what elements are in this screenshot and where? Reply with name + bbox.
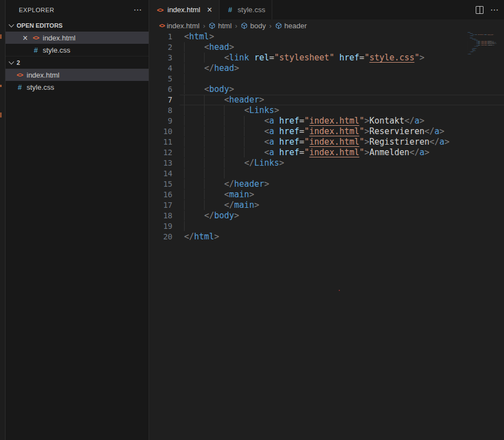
explorer-item-style.css[interactable]: #style.css xyxy=(6,44,149,56)
close-editor-icon[interactable]: × xyxy=(22,34,29,42)
code-line-content[interactable]: <a href="index.html">Registrieren</a> xyxy=(180,137,504,147)
code-line-content[interactable]: <a href="index.html">Reservieren</a> xyxy=(180,126,504,137)
split-editor-icon[interactable] xyxy=(476,6,483,14)
code-line-content[interactable]: <main> xyxy=(180,190,504,200)
line-number[interactable]: 10 xyxy=(149,126,172,137)
code-token: a xyxy=(435,126,440,136)
line-number[interactable]: 19 xyxy=(149,221,172,232)
code-line[interactable]: 12 <a href="index.html">Anmelden</a> xyxy=(149,147,504,158)
line-number[interactable]: 1 xyxy=(149,32,172,42)
code-line[interactable]: 9 <a href="index.html">Kontakt</a> xyxy=(149,116,504,126)
code-line-content[interactable] xyxy=(180,74,504,84)
code-token: </ xyxy=(409,147,419,157)
tab-index.html[interactable]: <>index.html× xyxy=(149,0,220,19)
code-line[interactable]: 4 </head> xyxy=(149,63,504,74)
code-line-content[interactable]: <html> xyxy=(180,32,504,42)
code-token: Registrieren xyxy=(369,137,429,147)
line-number[interactable]: 7 xyxy=(149,95,172,105)
code-line-content[interactable]: <a href="index.html">Kontakt</a> xyxy=(180,116,504,126)
code-line-content[interactable]: </main> xyxy=(180,200,504,211)
code-token: > xyxy=(234,211,239,221)
code-line-content[interactable]: <body> xyxy=(180,84,504,95)
minimap[interactable]: <html> <head> <link rel="stylesheet" hre… xyxy=(467,32,503,60)
line-number[interactable]: 20 xyxy=(149,232,172,242)
code-line-content[interactable]: <link rel="stylesheet" href="style.css"> xyxy=(180,53,504,63)
breadcrumb-item-header[interactable]: header xyxy=(275,22,307,30)
code-line[interactable]: 8 <Links> xyxy=(149,105,504,116)
line-number[interactable]: 8 xyxy=(149,105,172,116)
code-line[interactable]: 2 <head> xyxy=(149,42,504,53)
line-number[interactable]: 15 xyxy=(149,179,172,190)
code-line[interactable]: 10 <a href="index.html">Reservieren</a> xyxy=(149,126,504,137)
line-number[interactable]: 14 xyxy=(149,168,172,179)
code-line-content[interactable] xyxy=(180,168,504,179)
code-line[interactable]: 17 </main> xyxy=(149,200,504,211)
tab-close-icon[interactable]: × xyxy=(207,6,212,13)
code-line[interactable]: 20</html> xyxy=(149,232,504,242)
breadcrumb-item-index.html[interactable]: <>index.html xyxy=(159,22,200,30)
code-token: index.html xyxy=(309,126,359,136)
line-number[interactable]: 2 xyxy=(149,42,172,53)
line-number[interactable]: 3 xyxy=(149,53,172,63)
breadcrumb-item-body[interactable]: body xyxy=(241,22,266,30)
explorer-item-style.css[interactable]: #style.css xyxy=(6,81,149,93)
breadcrumb-item-html[interactable]: html xyxy=(208,22,232,30)
code-line[interactable]: 6 <body> xyxy=(149,84,504,95)
file-name: index.html xyxy=(27,71,59,79)
code-line-content[interactable]: </html> xyxy=(180,232,504,242)
code-line[interactable]: 11 <a href="index.html">Registrieren</a> xyxy=(149,137,504,147)
more-actions-icon[interactable]: ⋯ xyxy=(134,7,142,13)
code-line[interactable]: 14 xyxy=(149,168,504,179)
line-number[interactable]: 12 xyxy=(149,147,172,158)
line-number[interactable]: 17 xyxy=(149,200,172,211)
editor-more-actions-icon[interactable]: ⋯ xyxy=(490,8,498,12)
line-number[interactable]: 6 xyxy=(149,84,172,95)
code-line-content[interactable]: <header> xyxy=(180,95,504,105)
code-line-content[interactable]: </head> xyxy=(180,63,504,74)
line-number[interactable]: 18 xyxy=(149,211,172,221)
code-token: </ xyxy=(204,211,214,221)
line-number[interactable]: 4 xyxy=(149,63,172,74)
indent-guide xyxy=(184,95,204,105)
code-line[interactable]: 5 xyxy=(149,74,504,84)
code-editor[interactable]: 1<html>2 <head>3 <link rel="stylesheet" … xyxy=(149,32,504,440)
breadcrumb: <>index.html›html›body›header xyxy=(149,19,504,32)
code-token: body xyxy=(214,211,234,221)
code-line[interactable]: 15 </header> xyxy=(149,179,504,190)
code-token: < xyxy=(264,147,269,157)
code-line[interactable]: 18 </body> xyxy=(149,211,504,221)
code-token: index.html xyxy=(309,137,359,147)
code-line-content[interactable]: </body> xyxy=(180,211,504,221)
line-number[interactable]: 13 xyxy=(149,158,172,168)
line-number[interactable]: 16 xyxy=(149,190,172,200)
code-token: < xyxy=(264,137,269,147)
code-line[interactable]: 1<html> xyxy=(149,32,504,42)
code-line[interactable]: 3 <link rel="stylesheet" href="style.css… xyxy=(149,53,504,63)
code-line-content[interactable] xyxy=(180,221,504,232)
code-line-content[interactable]: <a href="index.html">Anmelden</a> xyxy=(180,147,504,158)
code-line[interactable]: 7 <header> xyxy=(149,95,504,105)
code-token: Links xyxy=(254,158,279,168)
line-number[interactable]: 11 xyxy=(149,137,172,147)
tab-style.css[interactable]: #style.css xyxy=(220,0,273,19)
code-line-content[interactable]: </header> xyxy=(180,179,504,190)
code-line-content[interactable]: </Links> xyxy=(180,158,504,168)
code-token: </ xyxy=(184,232,194,242)
indent-guide xyxy=(184,74,204,84)
indent-guide xyxy=(184,147,204,157)
explorer-item-index.html[interactable]: <>index.html xyxy=(6,69,149,81)
explorer-item-index.html[interactable]: ×<>index.html xyxy=(6,32,149,44)
code-line-content[interactable]: <Links> xyxy=(180,105,504,116)
code-token: style.css xyxy=(369,53,414,63)
code-token: > xyxy=(229,42,234,52)
code-line[interactable]: 13 </Links> xyxy=(149,158,504,168)
code-token: a xyxy=(419,147,424,157)
section-header-open-editors[interactable]: OPEN EDITORS xyxy=(6,19,149,32)
line-number[interactable]: 5 xyxy=(149,74,172,84)
code-line[interactable]: 19 xyxy=(149,221,504,232)
indent-guide xyxy=(244,126,264,136)
line-number[interactable]: 9 xyxy=(149,116,172,126)
code-line-content[interactable]: <head> xyxy=(180,42,504,53)
code-line[interactable]: 16 <main> xyxy=(149,190,504,200)
section-header-2[interactable]: 2 xyxy=(6,56,149,69)
